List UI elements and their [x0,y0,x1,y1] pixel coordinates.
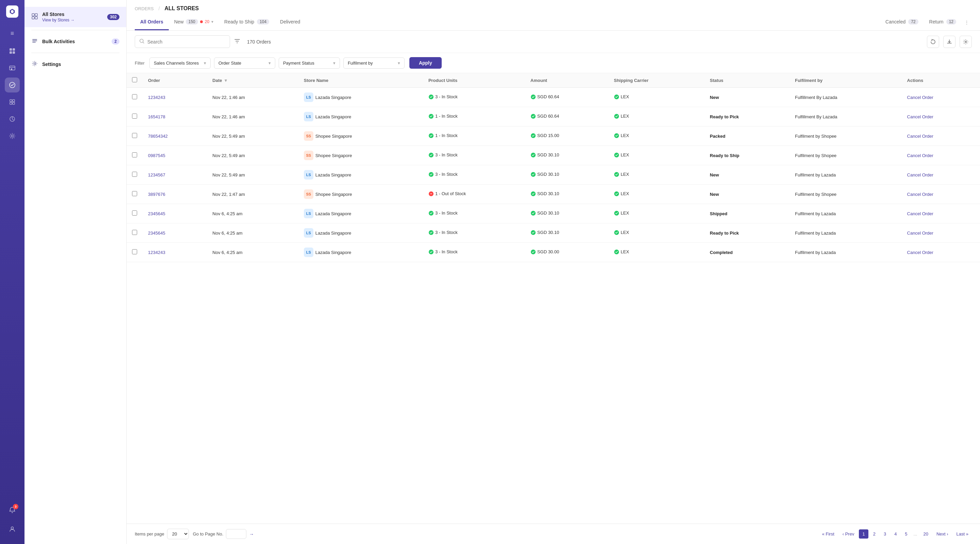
prev-page-button[interactable]: ‹ Prev [839,530,858,539]
left-panel-bulk-activities[interactable]: Bulk Activities 2 [24,33,126,50]
page-2-button[interactable]: 2 [870,530,879,539]
row-checkbox[interactable] [132,191,137,196]
order-link[interactable]: 1234243 [148,250,165,255]
cancel-order-button[interactable]: Cancel Order [907,172,933,178]
hamburger-icon[interactable]: ≡ [5,26,20,41]
payment-status-filter[interactable]: Payment Status ▾ [279,57,340,69]
order-id-cell: 1654178 [143,107,207,127]
cancel-order-button[interactable]: Cancel Order [907,114,933,119]
refresh-button[interactable] [927,36,939,48]
fulfilment-text: Fulfilment by Lazada [795,230,836,236]
tab-canceled[interactable]: Canceled 72 [880,14,924,30]
order-link[interactable]: 1234567 [148,172,165,178]
tab-delivered[interactable]: Delivered [275,14,305,30]
order-link[interactable]: 1654178 [148,114,165,119]
tab-new-chevron[interactable]: ▾ [211,19,213,24]
fulfilment-text: Fulfilment by Shopee [795,192,837,197]
breadcrumb-parent[interactable]: ORDERS [135,6,154,11]
cancel-order-button[interactable]: Cancel Order [907,192,933,197]
goto-arrow[interactable]: → [249,531,254,537]
select-all-checkbox[interactable] [132,77,137,82]
amount-column-header: Amount [525,73,608,88]
amount: SGD 60.64 [530,114,559,119]
sales-channels-filter[interactable]: Sales Channels Stores ▾ [150,57,211,69]
last-page-button[interactable]: Last » [953,530,972,539]
store-name: Shopee Singapore [315,133,352,139]
tab-ready-to-ship[interactable]: Ready to Ship 104 [219,14,275,30]
row-checkbox[interactable] [132,211,137,216]
tab-more-icon[interactable]: ⋮ [962,15,972,30]
sidebar-item-profile[interactable] [5,522,20,536]
actions-cell: Cancel Order [902,204,980,224]
all-stores-subtitle[interactable]: View by Stores → [42,18,103,22]
order-link[interactable]: 3897676 [148,192,165,197]
page-4-button[interactable]: 4 [891,530,900,539]
sidebar-item-orders[interactable] [5,78,20,92]
date-cell: Nov 22, 1:47 am [207,185,298,204]
settings-content: Settings [42,62,119,67]
cancel-order-button[interactable]: Cancel Order [907,250,933,255]
sidebar-item-notifications[interactable]: 3 [5,503,20,517]
store-cell: LS Lazada Singapore [304,228,417,238]
date-cell: Nov 22, 5:49 am [207,165,298,185]
fulfilment-text: Fulfillment By Lazada [795,95,837,100]
cancel-order-button[interactable]: Cancel Order [907,153,933,158]
left-panel-settings[interactable]: Settings [24,56,126,73]
last-page-number-button[interactable]: 20 [920,530,931,539]
fulfilment-cell: Fulfilment by Lazada [789,224,901,243]
order-link[interactable]: 78654342 [148,133,168,139]
top-header: ORDERS / ALL STORES [127,0,980,11]
product-units-text: 3 - In Stock [435,230,458,235]
row-checkbox[interactable] [132,230,137,235]
order-status: New [710,172,719,178]
download-button[interactable] [943,36,956,48]
row-checkbox[interactable] [132,114,137,119]
row-checkbox[interactable] [132,94,137,99]
tab-return[interactable]: Return 12 [924,14,962,30]
tab-new[interactable]: New 150 20 ▾ [169,14,219,30]
date-column-header[interactable]: Date ▾ [207,73,298,88]
cancel-order-button[interactable]: Cancel Order [907,133,933,139]
carrier: LEX [614,172,629,177]
per-page-select[interactable]: 20 50 100 [167,529,189,539]
row-checkbox[interactable] [132,152,137,157]
row-checkbox[interactable] [132,172,137,177]
search-box[interactable] [135,35,230,48]
order-link[interactable]: 2345645 [148,230,165,236]
page-3-button[interactable]: 3 [880,530,889,539]
order-link[interactable]: 2345645 [148,211,165,216]
cancel-order-button[interactable]: Cancel Order [907,211,933,216]
order-link[interactable]: 1234243 [148,95,165,100]
left-panel-all-stores[interactable]: All Stores View by Stores → 302 [24,7,126,27]
row-checkbox[interactable] [132,133,137,138]
app-logo[interactable] [6,5,18,18]
search-input[interactable] [147,39,226,44]
amount-text: SGD 60.64 [537,94,559,99]
next-page-button[interactable]: Next › [933,530,952,539]
cancel-order-button[interactable]: Cancel Order [907,230,933,236]
sidebar-item-analytics[interactable] [5,111,20,127]
first-page-button[interactable]: « First [819,530,838,539]
goto-input[interactable] [226,529,247,539]
sidebar-item-store[interactable] [5,60,20,76]
sidebar-item-settings-nav[interactable] [5,128,20,143]
page-1-button[interactable]: 1 [859,530,868,539]
filter-icon[interactable] [234,38,240,46]
page-5-button[interactable]: 5 [901,530,911,539]
store-name: Lazada Singapore [315,114,352,119]
tab-new-dot [200,21,203,23]
table-settings-button[interactable] [959,36,972,48]
cancel-order-button[interactable]: Cancel Order [907,95,933,100]
sidebar-item-products[interactable] [5,95,20,109]
apply-button[interactable]: Apply [409,57,442,69]
order-state-filter[interactable]: Order State ▾ [214,57,275,69]
amount-cell: SGD 30.10 [525,146,608,165]
store-name-cell: SS Shopee Singapore [298,127,423,146]
order-link[interactable]: 0987545 [148,153,165,158]
fulfilment-by-filter[interactable]: Fulfilment by ▾ [343,57,404,69]
amount: SGD 30.10 [530,191,559,197]
tab-all-orders[interactable]: All Orders [135,14,169,30]
row-checkbox[interactable] [132,249,137,254]
order-status: Ready to Pick [710,230,739,236]
sidebar-item-dashboard[interactable] [5,43,20,59]
